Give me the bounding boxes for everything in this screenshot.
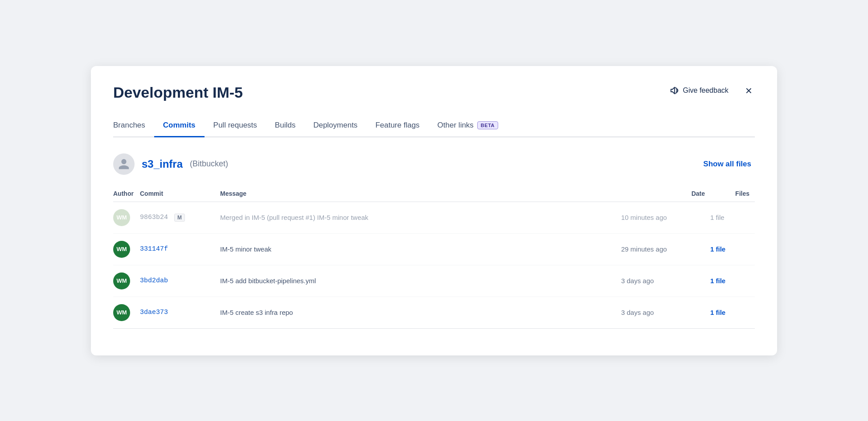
commits-table: Author Commit Message Date Files WM 9863…: [113, 186, 755, 329]
commit-cell-inner: 3bd2dab: [140, 277, 215, 285]
files-link[interactable]: 1 file: [710, 245, 725, 253]
date-cell: 10 minutes ago: [621, 202, 710, 233]
commit-cell: 331147f: [140, 233, 220, 265]
give-feedback-button[interactable]: Give feedback: [666, 84, 732, 97]
commit-date: 3 days ago: [621, 277, 654, 285]
commit-hash: 9863b24: [140, 214, 168, 221]
commit-message: IM-5 add bitbucket-pipelines.yml: [220, 277, 316, 285]
author-avatar: WM: [113, 241, 130, 258]
tab-branches[interactable]: Branches: [113, 115, 154, 137]
files-cell: 1 file: [710, 233, 755, 265]
tab-commits[interactable]: Commits: [154, 115, 205, 137]
author-cell: WM: [113, 297, 140, 328]
tab-pull-requests[interactable]: Pull requests: [205, 115, 266, 137]
table-row: WM 331147fIM-5 minor tweak29 minutes ago…: [113, 233, 755, 265]
col-header-commit: Commit: [140, 186, 220, 202]
commit-hash-link[interactable]: 3bd2dab: [140, 277, 168, 285]
repo-info: s3_infra (Bitbucket): [113, 153, 228, 175]
close-button[interactable]: ×: [743, 84, 755, 97]
files-cell: 1 file: [710, 297, 755, 328]
show-all-files-button[interactable]: Show all files: [700, 158, 755, 170]
tab-builds[interactable]: Builds: [266, 115, 304, 137]
repo-header: s3_infra (Bitbucket) Show all files: [113, 153, 755, 175]
commit-date: 29 minutes ago: [621, 245, 667, 253]
author-initials: WM: [116, 277, 127, 284]
table-row: WM 3dae373IM-5 create s3 infra repo3 day…: [113, 297, 755, 328]
commit-date: 3 days ago: [621, 309, 654, 316]
author-cell: WM: [113, 233, 140, 265]
commit-files: 1 file: [710, 245, 725, 253]
repo-name[interactable]: s3_infra: [142, 158, 183, 170]
tab-other-links[interactable]: Other links BETA: [429, 115, 507, 137]
author-initials: WM: [116, 309, 127, 316]
beta-badge: BETA: [477, 121, 498, 129]
commit-message: IM-5 create s3 infra repo: [220, 309, 293, 316]
col-header-date: Date: [621, 186, 710, 202]
message-cell: Merged in IM-5 (pull request #1) IM-5 mi…: [220, 202, 621, 233]
commit-cell: 3dae373: [140, 297, 220, 328]
col-header-author: Author: [113, 186, 140, 202]
author-initials: WM: [116, 214, 127, 221]
col-header-files: Files: [710, 186, 755, 202]
commit-files: 1 file: [710, 309, 725, 316]
repo-source: (Bitbucket): [190, 159, 228, 169]
message-cell: IM-5 add bitbucket-pipelines.yml: [220, 265, 621, 297]
commit-cell-inner: 3dae373: [140, 309, 215, 316]
merge-badge: M: [174, 214, 185, 222]
files-cell: 1 file: [710, 202, 755, 233]
panel-header: Development IM-5 Give feedback ×: [113, 84, 755, 101]
author-cell: WM: [113, 202, 140, 233]
panel-title: Development IM-5: [113, 84, 243, 101]
author-avatar: WM: [113, 272, 130, 289]
header-actions: Give feedback ×: [666, 84, 755, 97]
commit-message: Merged in IM-5 (pull request #1) IM-5 mi…: [220, 214, 368, 221]
commit-files: 1 file: [710, 277, 725, 285]
table-row: WM 3bd2dabIM-5 add bitbucket-pipelines.y…: [113, 265, 755, 297]
author-cell: WM: [113, 265, 140, 297]
message-cell: IM-5 minor tweak: [220, 233, 621, 265]
col-header-message: Message: [220, 186, 621, 202]
give-feedback-label: Give feedback: [683, 87, 729, 95]
commit-message: IM-5 minor tweak: [220, 245, 271, 253]
commit-date: 10 minutes ago: [621, 214, 667, 221]
commit-cell: 3bd2dab: [140, 265, 220, 297]
author-initials: WM: [116, 246, 127, 252]
tab-deployments[interactable]: Deployments: [304, 115, 366, 137]
author-avatar: WM: [113, 304, 130, 321]
author-avatar: WM: [113, 209, 130, 226]
date-cell: 3 days ago: [621, 265, 710, 297]
files-cell: 1 file: [710, 265, 755, 297]
commit-cell-inner: 9863b24M: [140, 214, 215, 222]
commit-cell: 9863b24M: [140, 202, 220, 233]
message-cell: IM-5 create s3 infra repo: [220, 297, 621, 328]
tab-feature-flags[interactable]: Feature flags: [366, 115, 428, 137]
commit-hash-link[interactable]: 3dae373: [140, 309, 168, 316]
megaphone-icon: [670, 86, 680, 95]
table-header-row: Author Commit Message Date Files: [113, 186, 755, 202]
commit-hash-link[interactable]: 331147f: [140, 245, 168, 253]
tabs-nav: Branches Commits Pull requests Builds De…: [113, 115, 755, 137]
date-cell: 29 minutes ago: [621, 233, 710, 265]
table-row: WM 9863b24MMerged in IM-5 (pull request …: [113, 202, 755, 233]
repo-avatar: [113, 153, 135, 175]
date-cell: 3 days ago: [621, 297, 710, 328]
main-panel: Development IM-5 Give feedback × Branche…: [91, 66, 777, 355]
commit-files: 1 file: [710, 214, 725, 221]
files-link[interactable]: 1 file: [710, 277, 725, 285]
commit-cell-inner: 331147f: [140, 245, 215, 253]
person-icon: [118, 158, 130, 170]
files-link[interactable]: 1 file: [710, 309, 725, 316]
